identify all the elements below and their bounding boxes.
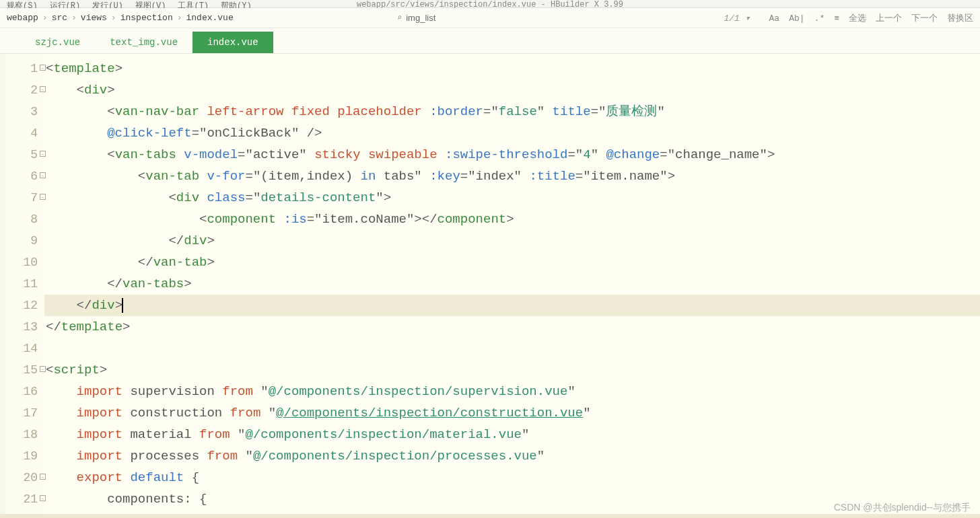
line-number: 12 [5, 295, 44, 316]
line-number: 21- [5, 488, 44, 510]
horizontal-scrollbar[interactable] [0, 514, 980, 518]
search-icon: ⌕ [397, 13, 402, 23]
code-line[interactable]: import supervision from "@/components/in… [44, 381, 980, 402]
line-number: 3 [5, 101, 44, 122]
search-tool-button[interactable]: ≡ [834, 13, 839, 24]
chevron-right-icon: › [42, 13, 48, 23]
code-line[interactable]: <van-tabs v-model="active" sticky swipea… [44, 144, 980, 165]
search-tool-button[interactable]: 下一个 [911, 13, 938, 24]
line-number: 13 [5, 316, 44, 338]
editor-tabs: szjc.vuetext_img.vueindex.vue [0, 28, 980, 54]
line-number: 5- [5, 144, 44, 165]
code-line[interactable]: <div> [44, 79, 980, 101]
match-counter: 1/1 ▾ [724, 13, 750, 24]
search-input[interactable] [406, 13, 473, 23]
watermark: CSDN @共创splendid--与您携手 [834, 502, 971, 514]
code-line[interactable]: </div> [44, 295, 980, 316]
search-area: ⌕ [397, 13, 473, 23]
line-number: 20- [5, 467, 44, 488]
breadcrumb-item[interactable]: views [81, 13, 107, 23]
search-tool-button[interactable]: .* [814, 13, 825, 24]
line-number: 16 [5, 381, 44, 402]
line-number: 6- [5, 165, 44, 187]
code-line[interactable]: </van-tabs> [44, 273, 980, 295]
line-number: 4 [5, 122, 44, 144]
code-line[interactable]: <script> [44, 359, 980, 381]
line-number: 7- [5, 187, 44, 209]
search-tool-button[interactable]: 上一个 [876, 13, 902, 24]
code-line[interactable]: <van-tab v-for="(item,index) in tabs" :k… [44, 165, 980, 187]
code-line[interactable]: </template> [44, 316, 980, 338]
line-number: 9 [5, 230, 44, 252]
marker-column [0, 54, 5, 518]
line-gutter: 1-2-345-6-7-89101112131415-1617181920-21… [5, 54, 44, 518]
search-tool-button[interactable]: 全选 [849, 13, 866, 24]
code-line[interactable]: </van-tab> [44, 252, 980, 273]
code-area[interactable]: <template> <div> <van-nav-bar left-arrow… [44, 54, 980, 518]
line-number: 17 [5, 402, 44, 424]
code-line[interactable]: import construction from "@/components/i… [44, 402, 980, 424]
code-line[interactable]: import material from "@/components/inspe… [44, 424, 980, 445]
line-number: 19 [5, 445, 44, 467]
code-line[interactable]: <div class="details-content"> [44, 187, 980, 209]
chevron-right-icon: › [177, 13, 182, 23]
chevron-right-icon: › [111, 13, 116, 23]
breadcrumb-item[interactable]: src [52, 13, 67, 23]
breadcrumb[interactable]: webapp›src›views›inspection›index.vue [7, 13, 234, 23]
line-number: 18 [5, 424, 44, 445]
line-number: 1- [5, 58, 44, 79]
code-line[interactable]: @click-left="onClickBack" /> [44, 122, 980, 144]
code-line[interactable] [44, 338, 980, 359]
search-tool-button[interactable]: Aa [769, 13, 780, 24]
breadcrumb-item[interactable]: webapp [7, 13, 38, 23]
editor-tab[interactable]: szjc.vue [20, 32, 95, 53]
code-line[interactable]: <van-nav-bar left-arrow fixed placeholde… [44, 101, 980, 122]
line-number: 15- [5, 359, 44, 381]
search-tools: 1/1 ▾ AaAb|.*≡全选上一个下一个替换区 [724, 12, 973, 24]
line-number: 2- [5, 79, 44, 101]
code-line[interactable]: export default { [44, 467, 980, 488]
editor-tab[interactable]: index.vue [193, 32, 273, 53]
search-tool-button[interactable]: Ab| [789, 13, 804, 24]
code-editor[interactable]: 1-2-345-6-7-89101112131415-1617181920-21… [0, 54, 980, 518]
editor-tab[interactable]: text_img.vue [95, 32, 193, 53]
code-line[interactable]: <component :is="item.coName"></component… [44, 209, 980, 230]
search-tool-button[interactable]: 替换区 [947, 13, 973, 24]
line-number: 10 [5, 252, 44, 273]
code-line[interactable]: <template> [44, 58, 980, 79]
code-line[interactable]: </div> [44, 230, 980, 252]
menu-bar: webapp/src/views/inspection/index.vue - … [0, 0, 980, 8]
code-line[interactable]: import processes from "@/components/insp… [44, 445, 980, 467]
chevron-right-icon: › [71, 13, 77, 23]
breadcrumb-bar: webapp›src›views›inspection›index.vue ⌕ … [0, 8, 980, 28]
breadcrumb-item[interactable]: index.vue [186, 13, 234, 23]
line-number: 14 [5, 338, 44, 359]
breadcrumb-item[interactable]: inspection [120, 13, 173, 23]
line-number: 8 [5, 209, 44, 230]
line-number: 11 [5, 273, 44, 295]
